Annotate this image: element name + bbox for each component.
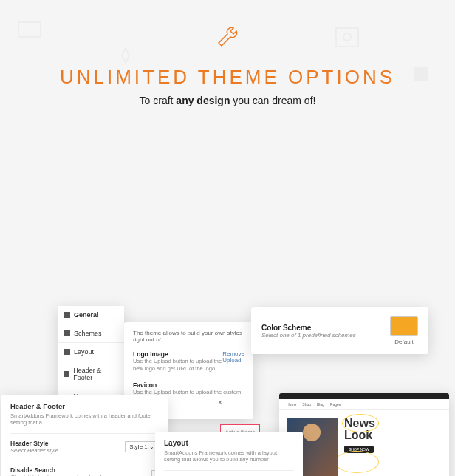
layout-icon — [64, 349, 70, 355]
swatch-label: Default — [390, 339, 418, 345]
bars-icon — [64, 371, 69, 377]
color-swatch — [390, 316, 418, 336]
hf-desc: SmartAddons Framework comes with a heade… — [10, 412, 159, 426]
preview-topbar — [279, 393, 449, 399]
hero-title: UNLIMITED THEME OPTIONS — [0, 66, 455, 89]
gear-icon — [64, 312, 70, 318]
header-style-label: Header Style — [10, 440, 58, 447]
hf-title: Header & Footer — [10, 402, 159, 410]
layout-desc: SmartAddons Framework comes with a layou… — [164, 449, 294, 463]
color-swatch-option[interactable]: Default — [390, 316, 418, 345]
logo-label: Logo Image — [133, 350, 222, 358]
logo-desc: Use the Upload button to upload the new … — [133, 358, 222, 373]
theme-preview: Home Shop Blog Pages News Look SHOP NOW … — [279, 393, 449, 476]
color-scheme-panel: Color Scheme Select one of 1 predefined … — [251, 307, 428, 354]
chevron-down-icon: ⌄ — [149, 443, 154, 450]
decorative-ellipse — [335, 451, 379, 473]
header-footer-panel: Header & Footer SmartAddons Framework co… — [1, 395, 168, 476]
hero-subtitle: To craft any design you can dream of! — [0, 95, 455, 106]
sidebar-tab-schemes[interactable]: Schemes — [58, 324, 124, 343]
layout-panel: Layout SmartAddons Framework comes with … — [155, 432, 303, 476]
favicon-label: Favicon — [133, 381, 244, 389]
remove-upload-link[interactable]: Remove Upload — [222, 350, 244, 364]
intro-text: The theme allows to build your own style… — [133, 330, 244, 343]
sidebar-tab-header-footer[interactable]: Header & Footer — [58, 361, 124, 387]
header-style-desc: Select Header style — [10, 447, 58, 454]
sidebar-tab-general[interactable]: General — [58, 306, 124, 324]
color-scheme-desc: Select one of 1 predefined schemes — [261, 332, 356, 339]
color-scheme-title: Color Scheme — [261, 324, 356, 332]
preview-nav: Home Shop Blog Pages — [279, 399, 449, 410]
header-style-select[interactable]: Style 1 ⌄ — [125, 441, 159, 452]
wrench-icon — [213, 22, 242, 55]
decorative-ellipse — [342, 414, 379, 432]
grid-icon — [64, 330, 70, 336]
sidebar-tab-layout[interactable]: Layout — [58, 343, 124, 361]
layout-title: Layout — [164, 439, 294, 447]
close-icon[interactable]: × — [218, 398, 222, 407]
disable-search-label: Disable Search — [10, 466, 106, 474]
